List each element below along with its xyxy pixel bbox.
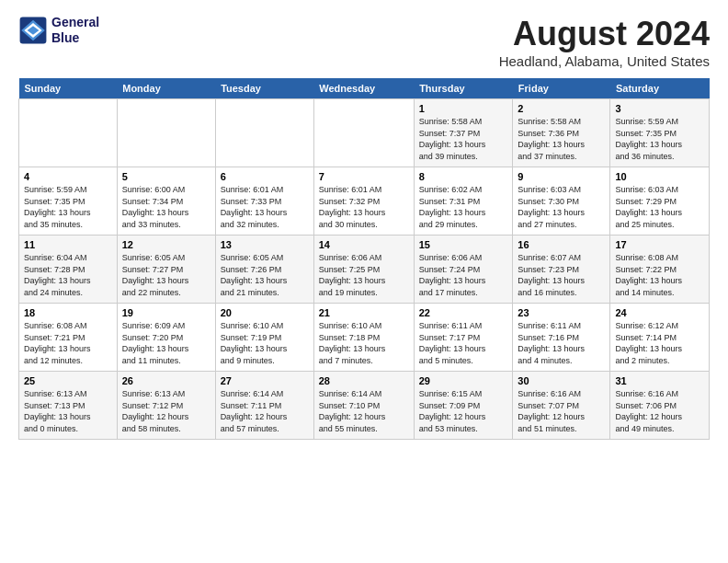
- day-number: 12: [122, 239, 210, 250]
- day-cell-26: 26Sunrise: 6:13 AM Sunset: 7:12 PM Dayli…: [117, 372, 215, 440]
- day-number: 30: [518, 375, 605, 386]
- day-number: 4: [24, 171, 112, 182]
- day-cell-14: 14Sunrise: 6:06 AM Sunset: 7:25 PM Dayli…: [313, 236, 414, 304]
- day-info: Sunrise: 6:03 AM Sunset: 7:29 PM Dayligh…: [615, 184, 704, 230]
- day-cell-23: 23Sunrise: 6:11 AM Sunset: 7:16 PM Dayli…: [513, 304, 610, 372]
- day-number: 18: [24, 307, 112, 318]
- weekday-header-wednesday: Wednesday: [313, 78, 414, 99]
- weekday-header-row: SundayMondayTuesdayWednesdayThursdayFrid…: [19, 78, 710, 99]
- weekday-header-saturday: Saturday: [610, 78, 710, 99]
- weekday-header-monday: Monday: [117, 78, 215, 99]
- day-cell-25: 25Sunrise: 6:13 AM Sunset: 7:13 PM Dayli…: [19, 372, 118, 440]
- day-number: 25: [24, 375, 112, 386]
- day-number: 20: [221, 307, 309, 318]
- day-info: Sunrise: 6:01 AM Sunset: 7:33 PM Dayligh…: [221, 184, 309, 230]
- day-cell-2: 2Sunrise: 5:58 AM Sunset: 7:36 PM Daylig…: [513, 99, 610, 167]
- day-info: Sunrise: 5:58 AM Sunset: 7:36 PM Dayligh…: [518, 116, 605, 162]
- day-cell-9: 9Sunrise: 6:03 AM Sunset: 7:30 PM Daylig…: [513, 167, 610, 236]
- day-number: 13: [221, 239, 309, 250]
- empty-cell: [215, 99, 313, 167]
- day-info: Sunrise: 5:58 AM Sunset: 7:37 PM Dayligh…: [419, 116, 508, 162]
- week-row-0: 1Sunrise: 5:58 AM Sunset: 7:37 PM Daylig…: [19, 99, 710, 167]
- day-cell-16: 16Sunrise: 6:07 AM Sunset: 7:23 PM Dayli…: [513, 236, 610, 304]
- day-info: Sunrise: 6:06 AM Sunset: 7:24 PM Dayligh…: [419, 252, 508, 298]
- calendar-table: SundayMondayTuesdayWednesdayThursdayFrid…: [18, 78, 710, 440]
- day-info: Sunrise: 6:03 AM Sunset: 7:30 PM Dayligh…: [518, 184, 605, 230]
- day-number: 7: [319, 171, 409, 182]
- title-block: August 2024 Headland, Alabama, United St…: [499, 15, 710, 69]
- week-row-3: 18Sunrise: 6:08 AM Sunset: 7:21 PM Dayli…: [19, 304, 710, 372]
- day-cell-11: 11Sunrise: 6:04 AM Sunset: 7:28 PM Dayli…: [19, 236, 118, 304]
- day-cell-3: 3Sunrise: 5:59 AM Sunset: 7:35 PM Daylig…: [610, 99, 710, 167]
- day-info: Sunrise: 5:59 AM Sunset: 7:35 PM Dayligh…: [615, 116, 704, 162]
- page: General Blue August 2024 Headland, Alaba…: [0, 0, 728, 451]
- day-info: Sunrise: 6:06 AM Sunset: 7:25 PM Dayligh…: [319, 252, 409, 298]
- day-info: Sunrise: 6:14 AM Sunset: 7:10 PM Dayligh…: [319, 388, 409, 434]
- logo: General Blue: [18, 15, 99, 46]
- day-number: 14: [319, 239, 409, 250]
- empty-cell: [313, 99, 414, 167]
- day-number: 16: [518, 239, 605, 250]
- day-info: Sunrise: 5:59 AM Sunset: 7:35 PM Dayligh…: [24, 184, 112, 230]
- day-info: Sunrise: 6:02 AM Sunset: 7:31 PM Dayligh…: [419, 184, 508, 230]
- day-info: Sunrise: 6:08 AM Sunset: 7:22 PM Dayligh…: [615, 252, 704, 298]
- day-cell-21: 21Sunrise: 6:10 AM Sunset: 7:18 PM Dayli…: [313, 304, 414, 372]
- day-number: 11: [24, 239, 112, 250]
- day-info: Sunrise: 6:15 AM Sunset: 7:09 PM Dayligh…: [419, 388, 508, 434]
- day-number: 31: [615, 375, 704, 386]
- day-info: Sunrise: 6:13 AM Sunset: 7:12 PM Dayligh…: [122, 388, 210, 434]
- day-number: 22: [419, 307, 508, 318]
- day-info: Sunrise: 6:13 AM Sunset: 7:13 PM Dayligh…: [24, 388, 112, 434]
- day-info: Sunrise: 6:12 AM Sunset: 7:14 PM Dayligh…: [615, 320, 704, 366]
- day-number: 5: [122, 171, 210, 182]
- day-info: Sunrise: 6:04 AM Sunset: 7:28 PM Dayligh…: [24, 252, 112, 298]
- day-info: Sunrise: 6:07 AM Sunset: 7:23 PM Dayligh…: [518, 252, 605, 298]
- header: General Blue August 2024 Headland, Alaba…: [18, 15, 710, 69]
- day-info: Sunrise: 6:05 AM Sunset: 7:26 PM Dayligh…: [221, 252, 309, 298]
- day-cell-18: 18Sunrise: 6:08 AM Sunset: 7:21 PM Dayli…: [19, 304, 118, 372]
- day-number: 10: [615, 171, 704, 182]
- day-number: 19: [122, 307, 210, 318]
- day-cell-28: 28Sunrise: 6:14 AM Sunset: 7:10 PM Dayli…: [313, 372, 414, 440]
- day-number: 28: [319, 375, 409, 386]
- empty-cell: [117, 99, 215, 167]
- day-info: Sunrise: 6:08 AM Sunset: 7:21 PM Dayligh…: [24, 320, 112, 366]
- day-info: Sunrise: 6:14 AM Sunset: 7:11 PM Dayligh…: [221, 388, 309, 434]
- day-cell-27: 27Sunrise: 6:14 AM Sunset: 7:11 PM Dayli…: [215, 372, 313, 440]
- day-cell-7: 7Sunrise: 6:01 AM Sunset: 7:32 PM Daylig…: [313, 167, 414, 236]
- day-cell-5: 5Sunrise: 6:00 AM Sunset: 7:34 PM Daylig…: [117, 167, 215, 236]
- day-cell-19: 19Sunrise: 6:09 AM Sunset: 7:20 PM Dayli…: [117, 304, 215, 372]
- day-number: 27: [221, 375, 309, 386]
- day-number: 6: [221, 171, 309, 182]
- day-cell-8: 8Sunrise: 6:02 AM Sunset: 7:31 PM Daylig…: [414, 167, 513, 236]
- day-number: 26: [122, 375, 210, 386]
- day-info: Sunrise: 6:10 AM Sunset: 7:18 PM Dayligh…: [319, 320, 409, 366]
- logo-icon: [18, 16, 48, 45]
- day-cell-22: 22Sunrise: 6:11 AM Sunset: 7:17 PM Dayli…: [414, 304, 513, 372]
- day-info: Sunrise: 6:16 AM Sunset: 7:07 PM Dayligh…: [518, 388, 605, 434]
- day-number: 9: [518, 171, 605, 182]
- day-number: 23: [518, 307, 605, 318]
- day-cell-17: 17Sunrise: 6:08 AM Sunset: 7:22 PM Dayli…: [610, 236, 710, 304]
- day-number: 29: [419, 375, 508, 386]
- month-title: August 2024: [499, 15, 710, 53]
- weekday-header-friday: Friday: [513, 78, 610, 99]
- day-number: 1: [419, 103, 508, 114]
- weekday-header-thursday: Thursday: [414, 78, 513, 99]
- location-subtitle: Headland, Alabama, United States: [499, 53, 710, 69]
- week-row-4: 25Sunrise: 6:13 AM Sunset: 7:13 PM Dayli…: [19, 372, 710, 440]
- day-info: Sunrise: 6:01 AM Sunset: 7:32 PM Dayligh…: [319, 184, 409, 230]
- day-info: Sunrise: 6:11 AM Sunset: 7:17 PM Dayligh…: [419, 320, 508, 366]
- day-number: 24: [615, 307, 704, 318]
- day-cell-4: 4Sunrise: 5:59 AM Sunset: 7:35 PM Daylig…: [19, 167, 118, 236]
- day-info: Sunrise: 6:09 AM Sunset: 7:20 PM Dayligh…: [122, 320, 210, 366]
- day-info: Sunrise: 6:05 AM Sunset: 7:27 PM Dayligh…: [122, 252, 210, 298]
- day-number: 17: [615, 239, 704, 250]
- day-cell-30: 30Sunrise: 6:16 AM Sunset: 7:07 PM Dayli…: [513, 372, 610, 440]
- week-row-1: 4Sunrise: 5:59 AM Sunset: 7:35 PM Daylig…: [19, 167, 710, 236]
- day-cell-10: 10Sunrise: 6:03 AM Sunset: 7:29 PM Dayli…: [610, 167, 710, 236]
- logo-text: General Blue: [51, 15, 99, 46]
- day-cell-12: 12Sunrise: 6:05 AM Sunset: 7:27 PM Dayli…: [117, 236, 215, 304]
- day-info: Sunrise: 6:11 AM Sunset: 7:16 PM Dayligh…: [518, 320, 605, 366]
- weekday-header-sunday: Sunday: [19, 78, 118, 99]
